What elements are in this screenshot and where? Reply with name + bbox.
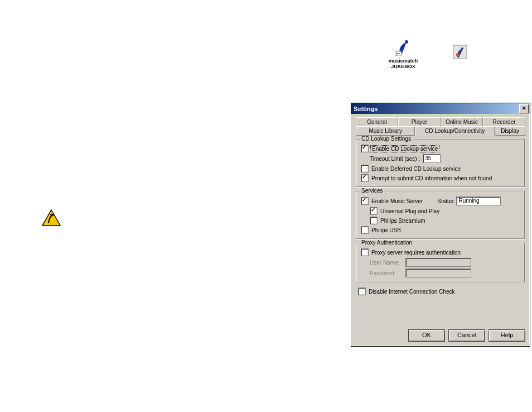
musicmatch-small-icon	[453, 45, 467, 59]
help-button[interactable]: Help	[489, 329, 525, 342]
enable-music-server-checkbox[interactable]	[361, 197, 369, 205]
proxy-auth-label: Proxy server requires authentication	[371, 250, 461, 256]
username-input	[405, 258, 471, 267]
tab-cd-lookup[interactable]: CD Lookup/Connectivity	[415, 126, 495, 136]
timeout-label: Timeout Limit (sec) :	[370, 156, 420, 162]
tray-icon[interactable]	[449, 45, 471, 59]
cancel-button[interactable]: Cancel	[448, 329, 485, 342]
username-label: User Name:	[370, 260, 405, 266]
proxy-group: Proxy Authentication Proxy server requir…	[356, 243, 525, 283]
tabs-row-2: Music Library CD Lookup/Connectivity Dis…	[356, 126, 525, 136]
philips-usb-label: Philips USB	[371, 227, 401, 233]
settings-window: Settings ✕ General Player Online Music R…	[351, 103, 530, 347]
svg-point-3	[461, 47, 463, 50]
enable-cd-lookup-label: Enable CD Lookup service	[370, 145, 439, 152]
tab-player[interactable]: Player	[398, 117, 441, 127]
upnp-checkbox[interactable]	[370, 207, 378, 215]
services-group: Services Enable Music Server Status: Run…	[356, 191, 525, 239]
tab-music-library[interactable]: Music Library	[356, 126, 415, 136]
enable-cd-lookup-checkbox[interactable]	[361, 145, 369, 152]
prompt-submit-label: Prompt to submit CD information when not…	[371, 175, 492, 181]
titlebar[interactable]: Settings ✕	[351, 103, 530, 114]
musicmatch-label-1: musicmatch	[389, 58, 418, 64]
streamium-checkbox[interactable]	[370, 217, 378, 224]
status-label: Status:	[437, 198, 454, 204]
upnp-label: Universal Plug and Play	[380, 208, 439, 214]
services-legend: Services	[360, 188, 384, 194]
warning-icon	[42, 209, 61, 226]
philips-usb-checkbox[interactable]	[361, 226, 369, 234]
tab-display[interactable]: Display	[495, 126, 525, 136]
cd-lookup-group: CD Lookup Settings Enable CD Lookup serv…	[356, 139, 525, 188]
status-field: Running	[456, 197, 501, 205]
proxy-legend: Proxy Authentication	[360, 239, 414, 246]
close-button[interactable]: ✕	[519, 104, 529, 113]
enable-deferred-label: Enable Deferred CD Lookup service	[371, 166, 461, 172]
enable-deferred-checkbox[interactable]	[361, 165, 369, 173]
enable-music-server-label: Enable Music Server	[371, 198, 423, 204]
timeout-input[interactable]: 35	[423, 154, 441, 163]
streamium-label: Philips Streamium	[380, 218, 425, 224]
musicmatch-desktop-icon[interactable]: musicmatch JUKEBOX	[384, 38, 423, 69]
button-row: OK Cancel Help	[351, 325, 530, 346]
window-title: Settings	[354, 106, 378, 112]
proxy-auth-checkbox[interactable]	[361, 248, 369, 256]
disable-internet-label: Disable Internet Connection Check	[369, 289, 455, 295]
cd-lookup-legend: CD Lookup Settings	[360, 136, 413, 142]
musicmatch-label-2: JUKEBOX	[391, 64, 415, 69]
svg-rect-1	[396, 51, 402, 56]
password-label: Password:	[370, 270, 405, 276]
svg-point-0	[405, 40, 408, 44]
disable-internet-checkbox[interactable]	[358, 288, 366, 295]
ok-button[interactable]: OK	[408, 329, 445, 342]
tabs-row-1: General Player Online Music Recorder	[356, 117, 525, 127]
svg-marker-5	[42, 210, 60, 226]
svg-point-4	[456, 53, 460, 56]
password-input	[405, 269, 471, 277]
prompt-submit-checkbox[interactable]	[361, 174, 369, 182]
tab-online-music[interactable]: Online Music	[441, 117, 483, 127]
tab-recorder[interactable]: Recorder	[483, 117, 525, 127]
tab-general[interactable]: General	[356, 117, 398, 127]
musicmatch-icon	[394, 38, 413, 57]
